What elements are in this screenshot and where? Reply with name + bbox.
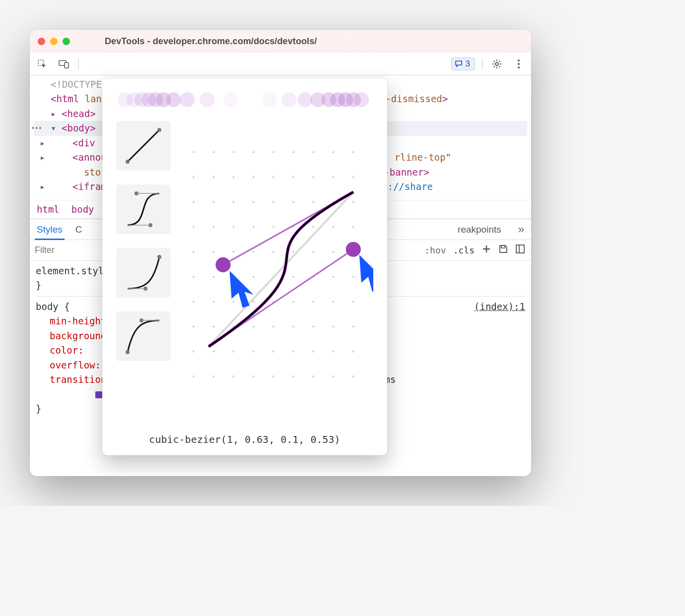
svg-point-54 xyxy=(233,176,235,178)
svg-point-104 xyxy=(333,301,335,303)
device-toolbar-icon[interactable] xyxy=(57,57,71,71)
svg-point-52 xyxy=(193,176,195,178)
svg-point-78 xyxy=(352,226,354,228)
svg-point-117 xyxy=(233,351,235,353)
issues-chip[interactable]: 3 xyxy=(451,58,475,70)
devtools-toolbar: 3 xyxy=(30,53,531,75)
svg-rect-7 xyxy=(488,250,491,253)
svg-point-88 xyxy=(193,276,195,278)
svg-point-83 xyxy=(273,251,274,253)
svg-point-97 xyxy=(193,301,195,303)
bezier-handle-p1[interactable] xyxy=(346,242,361,257)
svg-point-58 xyxy=(312,176,314,178)
preset-ease-in[interactable] xyxy=(116,248,171,298)
easing-presets xyxy=(116,117,171,427)
svg-point-18 xyxy=(180,92,195,107)
svg-point-47 xyxy=(273,151,274,153)
svg-point-73 xyxy=(253,226,255,228)
bezier-curve-editor[interactable] xyxy=(184,117,373,427)
svg-point-93 xyxy=(292,276,294,278)
svg-point-107 xyxy=(212,326,214,328)
svg-point-119 xyxy=(273,351,274,353)
svg-point-59 xyxy=(333,176,335,178)
separator xyxy=(482,58,482,70)
cursor-arrow-icon xyxy=(359,255,373,292)
svg-point-132 xyxy=(352,375,354,377)
toggle-cls[interactable]: .cls xyxy=(453,245,475,255)
svg-point-63 xyxy=(233,201,235,203)
toggle-hov[interactable]: :hov xyxy=(424,245,446,255)
preset-ease-out[interactable] xyxy=(116,311,171,361)
svg-point-21 xyxy=(262,92,277,107)
svg-point-19 xyxy=(200,92,214,107)
svg-point-102 xyxy=(292,301,294,303)
easing-swatch-icon[interactable] xyxy=(95,391,102,398)
bezier-handle-p2[interactable] xyxy=(215,257,230,272)
svg-point-57 xyxy=(292,176,294,178)
svg-rect-9 xyxy=(516,245,524,253)
titlebar: DevTools - developer.chrome.com/docs/dev… xyxy=(30,30,531,53)
rule-source-link[interactable]: (index):1 xyxy=(474,300,525,314)
svg-point-113 xyxy=(333,326,335,328)
svg-point-45 xyxy=(233,151,235,153)
svg-point-38 xyxy=(157,255,161,259)
svg-point-66 xyxy=(292,201,294,203)
svg-point-4 xyxy=(518,60,520,62)
inspect-element-icon[interactable] xyxy=(35,57,50,71)
svg-point-106 xyxy=(193,326,195,328)
breadcrumb-item[interactable]: body xyxy=(71,204,94,215)
svg-point-89 xyxy=(212,276,214,278)
svg-point-69 xyxy=(352,201,354,203)
tab-computed[interactable]: C xyxy=(75,219,82,240)
svg-point-103 xyxy=(312,301,314,303)
save-icon[interactable] xyxy=(498,244,508,256)
svg-point-82 xyxy=(253,251,255,253)
svg-point-80 xyxy=(212,251,214,253)
svg-point-32 xyxy=(157,128,161,132)
kebab-menu-icon[interactable] xyxy=(511,57,526,71)
bezier-value-label: cubic-bezier(1, 0.63, 0.1, 0.53) xyxy=(116,427,373,448)
svg-point-67 xyxy=(312,201,314,203)
svg-point-74 xyxy=(273,226,274,228)
svg-point-17 xyxy=(166,92,181,107)
zoom-window-button[interactable] xyxy=(63,38,70,45)
svg-point-65 xyxy=(273,201,274,203)
panel-layout-icon[interactable] xyxy=(515,244,525,256)
svg-line-133 xyxy=(208,192,353,347)
svg-point-40 xyxy=(126,350,130,354)
svg-point-60 xyxy=(352,176,354,178)
svg-point-31 xyxy=(126,160,130,164)
svg-point-70 xyxy=(193,226,195,228)
preset-ease-in-out[interactable] xyxy=(116,185,171,234)
preset-linear[interactable] xyxy=(116,121,171,171)
svg-point-127 xyxy=(253,375,255,377)
svg-point-81 xyxy=(233,251,235,253)
tab-styles[interactable]: Styles xyxy=(37,219,63,240)
svg-point-5 xyxy=(518,63,520,65)
gear-icon[interactable] xyxy=(489,57,504,71)
svg-point-111 xyxy=(292,326,294,328)
devtools-window: DevTools - developer.chrome.com/docs/dev… xyxy=(30,30,531,476)
breadcrumb-item[interactable]: html xyxy=(37,204,60,215)
close-window-button[interactable] xyxy=(38,38,45,45)
svg-point-118 xyxy=(253,351,255,353)
svg-point-116 xyxy=(212,351,214,353)
svg-point-56 xyxy=(273,176,274,178)
svg-point-112 xyxy=(312,326,314,328)
tab-breakpoints[interactable]: reakpoints xyxy=(458,219,501,240)
svg-point-129 xyxy=(292,375,294,377)
svg-point-43 xyxy=(193,151,195,153)
bezier-editor-popover: cubic-bezier(1, 0.63, 0.1, 0.53) xyxy=(102,78,387,455)
svg-line-30 xyxy=(128,130,159,162)
message-icon xyxy=(455,60,463,68)
new-style-rule-icon[interactable] xyxy=(481,244,491,256)
svg-rect-2 xyxy=(65,62,68,68)
minimize-window-button[interactable] xyxy=(50,38,58,45)
svg-point-23 xyxy=(298,92,313,107)
svg-point-128 xyxy=(273,375,274,377)
svg-point-130 xyxy=(312,375,314,377)
svg-point-110 xyxy=(273,326,274,328)
svg-point-64 xyxy=(253,201,255,203)
tabs-more-icon[interactable]: » xyxy=(518,223,524,236)
svg-point-115 xyxy=(193,351,195,353)
